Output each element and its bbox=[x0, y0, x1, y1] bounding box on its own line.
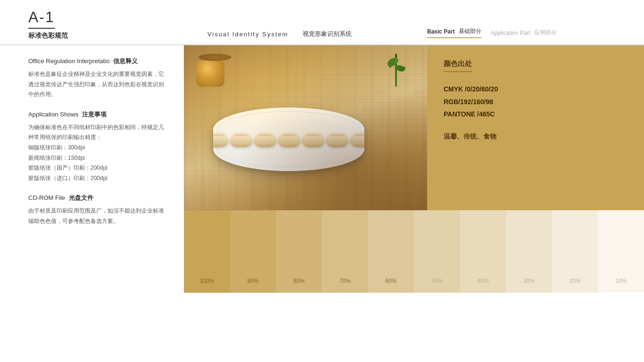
dumpling-2 bbox=[230, 132, 252, 147]
print-item-3: 胶版纸张（国产）印刷：200dpi bbox=[28, 165, 107, 171]
swatch-label-40: 40% bbox=[477, 278, 488, 284]
dumpling-4 bbox=[278, 132, 300, 147]
section-notice-title-row: Application Shows 注意事项 bbox=[28, 110, 165, 120]
swatch-label-10: 10% bbox=[615, 278, 627, 284]
swatch-label-20: 20% bbox=[570, 278, 581, 284]
top-row: 颜色出处 CMYK /0/20/60/20 RGB/192/160/98 PAN… bbox=[184, 45, 644, 210]
swatch-label-30: 30% bbox=[523, 278, 535, 284]
section-notice-title-cn: 注意事项 bbox=[82, 110, 107, 119]
dumpling-3 bbox=[254, 132, 276, 147]
right-info-panel: 颜色出处 CMYK /0/20/60/20 RGB/192/160/98 PAN… bbox=[427, 45, 644, 210]
pantone-value: PANTONE /465C bbox=[444, 108, 627, 121]
vis-system-cn-label: 视觉形象识别系统 bbox=[303, 30, 352, 38]
color-swatch-100: 100% bbox=[184, 210, 230, 293]
color-swatch-20: 20% bbox=[552, 210, 598, 293]
color-swatches-row: 100%90%80%70%60%50%40%30%20%10% bbox=[184, 210, 644, 293]
app-part-cn-label: 应用部分 bbox=[534, 29, 557, 37]
dumpling-7 bbox=[350, 132, 365, 147]
header-separator bbox=[0, 44, 644, 45]
page-id: A-1 bbox=[28, 8, 55, 29]
section-info-title-cn: 信息释义 bbox=[113, 57, 138, 66]
section-cdrom-title-en: CD-ROM File bbox=[28, 194, 65, 201]
section-info-title-row: Office Regulation Interpretatio 信息释义 bbox=[28, 57, 165, 66]
page-subtitle: 标准色彩规范 bbox=[28, 32, 207, 40]
section-cdrom: CD-ROM File 光盘文件 由于材质及印刷应用范围及广，如没不能达到企业标… bbox=[28, 194, 165, 226]
section-notice-title-en: Application Shows bbox=[28, 111, 78, 118]
section-notice: Application Shows 注意事项 为确保标准色在不同纸材印刷中的色彩… bbox=[28, 110, 165, 184]
color-section-title: 颜色出处 bbox=[444, 59, 472, 72]
dumpling-5 bbox=[302, 132, 324, 147]
center-right-area: 颜色出处 CMYK /0/20/60/20 RGB/192/160/98 PAN… bbox=[184, 45, 644, 362]
color-swatch-50: 50% bbox=[414, 210, 460, 293]
color-swatch-40: 40% bbox=[460, 210, 506, 293]
swatch-label-80: 80% bbox=[293, 278, 305, 284]
header-center: Visual Identity System 视觉形象识别系统 bbox=[207, 30, 427, 40]
color-keywords: 温馨、传统、食物 bbox=[444, 132, 627, 141]
section-cdrom-body: 由于材质及印刷应用范围及广，如没不能达到企业标准辅助色色值，可参考配色备选方案。 bbox=[28, 206, 165, 226]
color-swatch-70: 70% bbox=[322, 210, 368, 293]
print-item-4: 胶版纸张（进口）印刷：200dpi bbox=[28, 175, 107, 181]
color-swatch-30: 30% bbox=[506, 210, 552, 293]
dumpling-1 bbox=[213, 132, 228, 147]
app-part-en-label: Application Part bbox=[491, 30, 530, 36]
swatch-label-100: 100% bbox=[199, 278, 214, 284]
plate-scene bbox=[213, 82, 415, 197]
vis-system-en-label: Visual Identity System bbox=[207, 31, 289, 38]
page-header: A-1 标准色彩规范 Visual Identity System 视觉形象识别… bbox=[0, 0, 644, 45]
section-cdrom-title-row: CD-ROM File 光盘文件 bbox=[28, 194, 165, 203]
tea-surface bbox=[198, 54, 231, 61]
swatch-label-50: 50% bbox=[431, 278, 443, 284]
app-part: Application Part 应用部分 bbox=[491, 29, 557, 37]
main-content: Office Regulation Interpretatio 信息释义 标准色… bbox=[0, 45, 644, 362]
section-info-body: 标准色是象征企业精神及企业文化的重要视觉因素，它透过视觉传达产生强烈印象，从而达… bbox=[28, 69, 165, 100]
header-right: Basic Part 基础部分 Application Part 应用部分 bbox=[427, 27, 616, 40]
left-panel: Office Regulation Interpretatio 信息释义 标准色… bbox=[0, 45, 184, 362]
dumpling-6 bbox=[326, 132, 348, 147]
print-item-2: 新闻纸张印刷：150dpi bbox=[28, 155, 85, 161]
rgb-value: RGB/192/160/98 bbox=[444, 96, 627, 108]
color-swatch-90: 90% bbox=[230, 210, 276, 293]
section-info-title-en: Office Regulation Interpretatio bbox=[28, 58, 109, 65]
color-swatch-80: 80% bbox=[276, 210, 322, 293]
dumplings-row bbox=[213, 132, 364, 147]
color-values: CMYK /0/20/60/20 RGB/192/160/98 PANTONE … bbox=[444, 83, 627, 121]
swatch-label-70: 70% bbox=[339, 278, 351, 284]
color-swatch-10: 10% bbox=[598, 210, 644, 293]
basic-part: Basic Part 基础部分 bbox=[427, 27, 481, 38]
section-notice-body: 为确保标准色在不同纸材印刷中的色彩相同，特规定几种常用纸张的印刷输出精度： 铜版… bbox=[28, 123, 165, 184]
basic-part-en-label: Basic Part bbox=[427, 28, 455, 35]
section-info: Office Regulation Interpretatio 信息释义 标准色… bbox=[28, 57, 165, 100]
food-scene bbox=[184, 45, 427, 210]
cmyk-value: CMYK /0/20/60/20 bbox=[444, 83, 627, 96]
header-left: A-1 标准色彩规范 bbox=[28, 8, 207, 40]
swatch-label-90: 90% bbox=[247, 278, 258, 284]
print-item-1: 铜版纸张印刷：300dpi bbox=[28, 144, 85, 151]
basic-part-cn-label: 基础部分 bbox=[459, 27, 481, 35]
swatch-label-60: 60% bbox=[385, 278, 396, 284]
food-image-area bbox=[184, 45, 427, 210]
plate-dish bbox=[213, 107, 364, 171]
section-cdrom-title-cn: 光盘文件 bbox=[69, 194, 93, 202]
color-swatch-60: 60% bbox=[368, 210, 414, 293]
